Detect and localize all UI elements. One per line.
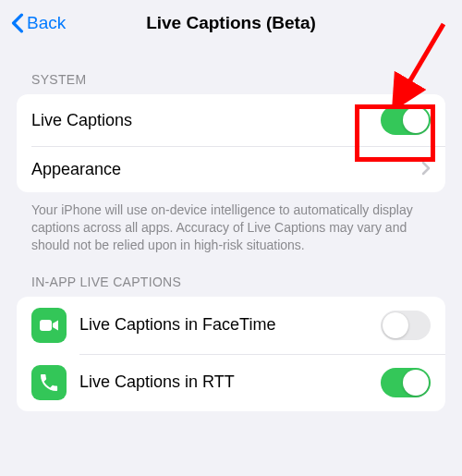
inapp-section-header: IN-APP LIVE CAPTIONS (17, 254, 445, 297)
row-live-captions-label: Live Captions (31, 111, 381, 130)
row-facetime-label: Live Captions in FaceTime (79, 315, 381, 335)
row-rtt[interactable]: Live Captions in RTT (17, 354, 445, 411)
system-footer-text: Your iPhone will use on-device intellige… (17, 192, 445, 254)
facetime-icon (31, 308, 67, 343)
row-facetime[interactable]: Live Captions in FaceTime (17, 297, 445, 354)
back-label: Back (27, 13, 66, 33)
system-group: Live Captions Appearance (17, 94, 445, 192)
row-rtt-label: Live Captions in RTT (79, 372, 381, 392)
toggle-knob (403, 370, 429, 396)
toggle-knob (403, 107, 429, 133)
live-captions-toggle[interactable] (381, 105, 431, 135)
svg-rect-0 (40, 320, 52, 331)
inapp-group: Live Captions in FaceTime Live Captions … (17, 297, 445, 411)
system-section: SYSTEM Live Captions Appearance Your iPh… (0, 46, 462, 254)
toggle-knob (383, 312, 408, 338)
system-section-header: SYSTEM (17, 46, 445, 94)
inapp-section: IN-APP LIVE CAPTIONS Live Captions in Fa… (0, 254, 462, 411)
back-button[interactable]: Back (11, 0, 66, 46)
phone-icon (31, 365, 67, 400)
page-title: Live Captions (Beta) (146, 13, 316, 33)
rtt-toggle[interactable] (381, 368, 431, 397)
facetime-toggle[interactable] (381, 311, 431, 340)
row-live-captions[interactable]: Live Captions (17, 94, 445, 146)
row-appearance[interactable]: Appearance (17, 146, 445, 192)
nav-bar: Back Live Captions (Beta) (0, 0, 462, 46)
row-appearance-label: Appearance (31, 160, 416, 179)
chevron-right-icon (421, 157, 431, 181)
chevron-left-icon (11, 13, 24, 33)
